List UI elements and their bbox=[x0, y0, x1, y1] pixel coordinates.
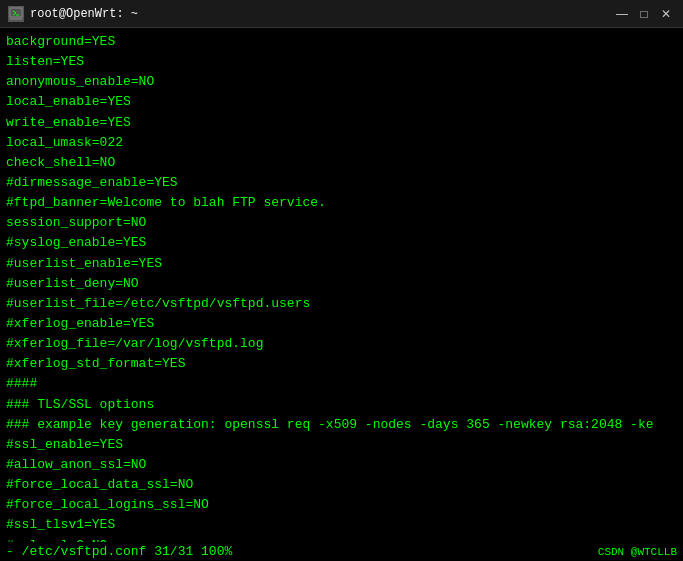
terminal-line: check_shell=NO bbox=[6, 153, 677, 173]
terminal-line: #userlist_file=/etc/vsftpd/vsftpd.users bbox=[6, 294, 677, 314]
terminal-line: ### TLS/SSL options bbox=[6, 395, 677, 415]
title-bar-left: root@OpenWrt: ~ bbox=[8, 6, 138, 22]
terminal-line: anonymous_enable=NO bbox=[6, 72, 677, 92]
terminal-line: #userlist_enable=YES bbox=[6, 254, 677, 274]
terminal-line: write_enable=YES bbox=[6, 113, 677, 133]
svg-line-3 bbox=[13, 13, 16, 15]
terminal-line: #ftpd_banner=Welcome to blah FTP service… bbox=[6, 193, 677, 213]
terminal-line: #ssl_enable=YES bbox=[6, 435, 677, 455]
terminal-line: listen=YES bbox=[6, 52, 677, 72]
minimize-button[interactable]: — bbox=[613, 5, 631, 23]
terminal-line: #force_local_logins_ssl=NO bbox=[6, 495, 677, 515]
window-title: root@OpenWrt: ~ bbox=[30, 7, 138, 21]
status-left: - /etc/vsftpd.conf 31/31 100% bbox=[6, 544, 232, 559]
terminal-line: #userlist_deny=NO bbox=[6, 274, 677, 294]
terminal-content: background=YESlisten=YESanonymous_enable… bbox=[6, 32, 677, 561]
terminal[interactable]: background=YESlisten=YESanonymous_enable… bbox=[0, 28, 683, 561]
terminal-line: session_support=NO bbox=[6, 213, 677, 233]
close-button[interactable]: ✕ bbox=[657, 5, 675, 23]
maximize-button[interactable]: □ bbox=[635, 5, 653, 23]
terminal-line: #xferlog_std_format=YES bbox=[6, 354, 677, 374]
terminal-line: #xferlog_enable=YES bbox=[6, 314, 677, 334]
terminal-line: #xferlog_file=/var/log/vsftpd.log bbox=[6, 334, 677, 354]
terminal-line: background=YES bbox=[6, 32, 677, 52]
terminal-line: #### bbox=[6, 374, 677, 394]
terminal-line: local_enable=YES bbox=[6, 92, 677, 112]
window-controls[interactable]: — □ ✕ bbox=[613, 5, 675, 23]
terminal-line: #ssl_tlsv1=YES bbox=[6, 515, 677, 535]
terminal-icon bbox=[8, 6, 24, 22]
terminal-line: #allow_anon_ssl=NO bbox=[6, 455, 677, 475]
terminal-line: ### example key generation: openssl req … bbox=[6, 415, 677, 435]
terminal-line: #dirmessage_enable=YES bbox=[6, 173, 677, 193]
terminal-line: #syslog_enable=YES bbox=[6, 233, 677, 253]
title-bar: root@OpenWrt: ~ — □ ✕ bbox=[0, 0, 683, 28]
terminal-line: #force_local_data_ssl=NO bbox=[6, 475, 677, 495]
status-right: CSDN @WTCLLB bbox=[598, 546, 677, 558]
status-bar: - /etc/vsftpd.conf 31/31 100% CSDN @WTCL… bbox=[0, 542, 683, 561]
terminal-line: local_umask=022 bbox=[6, 133, 677, 153]
